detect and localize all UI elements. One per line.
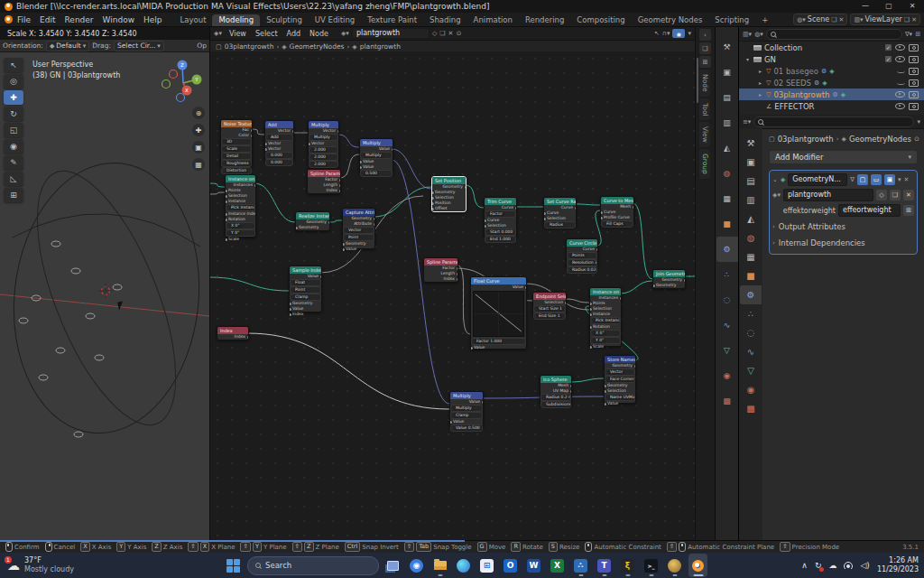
node-socket[interactable]: Multiply (450, 405, 483, 412)
internal-dependencies-panel[interactable]: ›Internal Dependencies (772, 237, 914, 249)
node-header[interactable]: Index (217, 327, 248, 334)
tray-chevron-icon[interactable]: ∧ (801, 561, 808, 570)
node-set-curve-radius[interactable]: Set Curve RadiusCurveCurveSelectionRadiu… (543, 197, 577, 228)
outliner-search[interactable] (766, 29, 902, 40)
node-widget[interactable]: Y 0° (229, 230, 241, 236)
node-header[interactable]: Instance on Points (590, 288, 621, 295)
properties-pin-icon[interactable]: ⊙ (914, 135, 919, 143)
node-socket[interactable]: 2.000 (309, 146, 338, 154)
node-sample-index[interactable]: Sample IndexValueFloatPointClampGeometry… (289, 266, 322, 312)
tool-transform[interactable]: ◉ (4, 139, 23, 154)
eye-closed-icon[interactable] (897, 80, 905, 85)
node-instance-on-points[interactable]: Instance on PointsInstancesPointsSelecti… (589, 287, 622, 347)
node-widget[interactable]: Subdivisions 2 (544, 402, 571, 407)
outliner-filter-icon[interactable]: ∇▾ (905, 31, 912, 38)
camera-render-icon[interactable] (909, 91, 919, 98)
properties-options-icon[interactable]: ▾ (917, 118, 920, 126)
eye-open-icon[interactable] (895, 56, 905, 62)
properties-tab-material[interactable]: ◉ (740, 380, 762, 399)
node-socket[interactable]: 0.500 (360, 170, 393, 177)
maximize-button[interactable]: ▢ (877, 0, 901, 13)
parent-tree-icon[interactable]: ↖ (654, 30, 660, 37)
node-header[interactable]: Spline Parameter (308, 170, 340, 177)
node-header[interactable]: Spline Parameter (424, 258, 457, 266)
node-widget[interactable]: Value 0.500 (454, 425, 482, 431)
workspace-tab-shading[interactable]: Shading (423, 14, 467, 26)
workspace-tab-texture-paint[interactable]: Texture Paint (361, 14, 423, 26)
node-socket[interactable]: Start Size 1 (533, 305, 566, 312)
node-widget[interactable]: Factor 1.000 (475, 339, 504, 344)
pin-icon[interactable]: ⊙ (456, 30, 461, 37)
volume-icon[interactable]: ◁) (860, 561, 869, 570)
node-socket[interactable]: Index (290, 312, 321, 317)
taskbar-app-app-yellow[interactable]: ξ (618, 554, 637, 577)
attribute-toggle-icon[interactable]: ⊞ (903, 205, 914, 216)
properties-tab-physics[interactable]: ◌ (716, 287, 738, 312)
node-socket[interactable]: Name UVMap (605, 394, 635, 401)
node-socket[interactable]: Scale (590, 344, 621, 350)
properties-tab-particles[interactable]: ∴ (716, 262, 738, 287)
node-socket[interactable]: Factor 1.000 (471, 338, 526, 345)
scene-selector[interactable]: ◍▾ Scene ❏ ✕ (793, 14, 847, 25)
node-curve-to-mesh[interactable]: Curve to MeshMeshCurveProfile CurveFill … (600, 196, 634, 227)
options-label[interactable]: Op (197, 42, 207, 50)
camera-view-icon[interactable]: ▣ (192, 141, 205, 154)
node-socket[interactable]: 0.000 (265, 159, 293, 166)
node-socket[interactable]: Clamp (290, 294, 321, 301)
node-widget[interactable]: 0.000 (269, 160, 284, 165)
node-widget[interactable]: Fill Caps (605, 221, 625, 227)
sidebar-tab-view[interactable]: View (699, 122, 710, 147)
node-header[interactable]: Set Position (432, 177, 466, 184)
properties-tab-world[interactable]: ◍ (740, 228, 762, 247)
close-button[interactable]: ✕ (901, 0, 924, 13)
node-header[interactable]: Trim Curve (485, 198, 516, 205)
node-header[interactable]: Multiply (360, 139, 393, 146)
node-widget[interactable]: Scale (225, 146, 239, 152)
node-capture-attribute[interactable]: Capture AttributeGeometryAttributeVector… (342, 208, 375, 249)
tool-select-box[interactable]: ↖ (4, 58, 23, 72)
node-widget[interactable]: Y 0° (594, 338, 605, 343)
taskbar-app-file-explorer[interactable] (430, 554, 449, 577)
node-header[interactable]: Sample Index (290, 266, 321, 274)
node-socket[interactable]: Roughness (221, 160, 252, 167)
blender-menu-icon[interactable] (5, 15, 13, 23)
camera-render-icon[interactable] (909, 103, 919, 110)
taskbar-app-chat[interactable]: ◉ (407, 554, 426, 577)
node-multiply[interactable]: MultiplyValueMultiplyClampValueValue 0.5… (449, 391, 484, 427)
node-socket[interactable]: Fill Caps (601, 220, 633, 228)
outliner-scene-icon[interactable]: ◍▾ (754, 31, 763, 38)
taskbar-app-word[interactable]: W (524, 554, 543, 577)
node-socket[interactable]: Scale (221, 145, 252, 153)
node-widget[interactable]: Pick Instance (229, 205, 255, 210)
snap-magnet-icon[interactable]: ∩▾ (662, 30, 670, 37)
node-socket[interactable]: Value 0.500 (450, 424, 483, 432)
node-socket[interactable]: Radius 0.02 m (567, 266, 597, 274)
node-socket[interactable]: Points (567, 252, 597, 259)
node-widget[interactable]: Add (269, 135, 281, 140)
fake-user-shield-icon[interactable]: ◇ (876, 190, 887, 200)
node-socket[interactable]: Multiply (309, 134, 338, 141)
start-button[interactable] (224, 554, 243, 577)
toggle-ortho-icon[interactable]: ▦ (192, 158, 205, 171)
node-widget[interactable]: Points (570, 253, 587, 258)
float-curve-graph[interactable] (473, 291, 524, 337)
workspace-tab-animation[interactable]: Animation (467, 14, 519, 26)
node-widget[interactable]: End Size 1 (537, 313, 562, 319)
node-socket[interactable]: Value (471, 345, 526, 350)
remove-viewlayer-icon[interactable]: ✕ (911, 16, 917, 23)
node-widget[interactable]: Radius 0.02 m (570, 267, 597, 273)
fake-user-shield-icon[interactable]: ◇ (432, 30, 437, 37)
taskbar-app-outlook[interactable]: O (501, 554, 520, 577)
node-widget[interactable]: Vector (346, 228, 363, 233)
node-widget[interactable]: 2.000 (312, 147, 328, 153)
breadcrumb-object[interactable]: 03plantgrowth (778, 135, 834, 144)
realtime-toggle-icon[interactable]: ▭ (871, 174, 882, 185)
node-store-named-attribute[interactable]: Store Named AttributeGeometryVectorFace … (604, 355, 636, 404)
node-socket[interactable]: Value (343, 247, 374, 252)
node-widget[interactable]: 2.000 (312, 162, 328, 167)
sync-icon[interactable]: ↻ (815, 561, 822, 570)
node-multiply[interactable]: MultiplyVectorMultiplyVector2.0002.0002.… (308, 120, 339, 167)
properties-tab-particles[interactable]: ∴ (740, 304, 762, 323)
properties-tab-collection[interactable]: ▦ (716, 186, 738, 211)
node-socket[interactable]: Offset (432, 206, 466, 211)
